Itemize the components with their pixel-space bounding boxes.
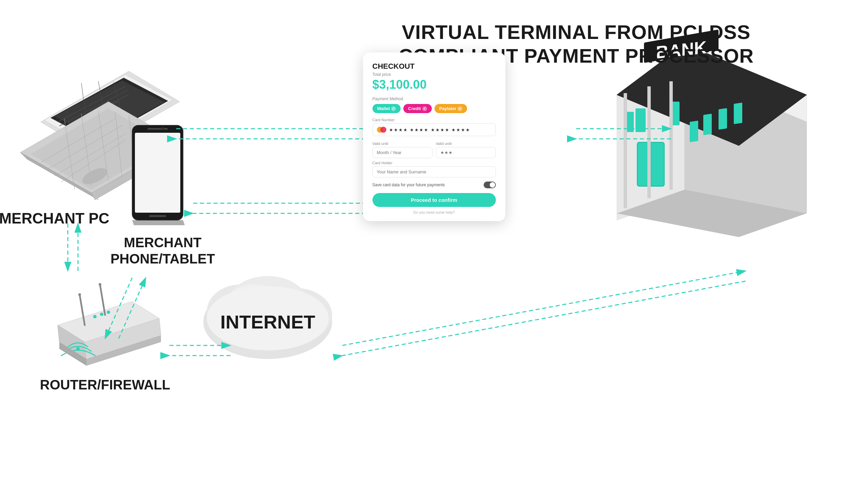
- wallet-check-icon: ✓: [391, 106, 396, 111]
- svg-line-21: [98, 111, 108, 181]
- svg-text:ROUTER/FIREWALL: ROUTER/FIREWALL: [40, 377, 170, 392]
- svg-line-8: [81, 83, 88, 134]
- valid-col-right: Valid until: [436, 139, 496, 158]
- svg-marker-36: [85, 318, 161, 359]
- svg-line-85: [105, 278, 132, 339]
- svg-rect-69: [719, 108, 727, 130]
- credit-button[interactable]: Credit ✓: [403, 104, 432, 113]
- svg-point-24: [80, 165, 110, 187]
- svg-point-52: [224, 284, 285, 332]
- svg-point-39: [78, 293, 81, 296]
- mastercard-icon: [377, 126, 386, 133]
- svg-marker-11: [20, 102, 180, 193]
- month-year-input[interactable]: [372, 147, 432, 158]
- svg-marker-12: [20, 152, 98, 200]
- svg-line-17: [54, 134, 125, 176]
- svg-line-9: [98, 81, 108, 134]
- svg-line-16: [47, 125, 122, 169]
- svg-line-89: [342, 271, 746, 345]
- svg-rect-66: [669, 102, 680, 125]
- card-number-label: Card Number: [372, 118, 496, 122]
- total-price-value: $3,100.00: [372, 78, 496, 92]
- svg-marker-1: [44, 75, 173, 147]
- save-card-row: Save card data for your future payments: [372, 182, 496, 188]
- svg-line-22: [115, 112, 122, 178]
- payment-method-label: Payment Method: [372, 97, 496, 101]
- total-price-label: Total price: [372, 72, 496, 77]
- svg-marker-74: [617, 190, 807, 237]
- svg-marker-14: [31, 108, 169, 190]
- svg-text:INTERNET: INTERNET: [220, 311, 315, 333]
- svg-rect-73: [669, 81, 673, 190]
- svg-text:MERCHANT PC: MERCHANT PC: [0, 210, 109, 227]
- wallet-button[interactable]: Wallet ✓: [372, 104, 401, 113]
- svg-point-54: [207, 286, 329, 351]
- svg-line-18: [61, 140, 125, 182]
- svg-point-48: [203, 284, 332, 359]
- cvv-input[interactable]: [436, 147, 496, 158]
- svg-point-44: [76, 347, 80, 351]
- paylater-label: Paylater: [439, 106, 457, 111]
- svg-point-42: [100, 313, 103, 316]
- svg-marker-31: [132, 220, 185, 225]
- valid-row: Valid until Valid until: [372, 139, 496, 158]
- checkout-card: CHECKOUT Total price $3,100.00 Payment M…: [363, 52, 505, 221]
- svg-marker-0: [41, 71, 180, 152]
- svg-text:MERCHANT: MERCHANT: [124, 235, 202, 250]
- svg-point-53: [256, 288, 314, 332]
- svg-marker-35: [58, 325, 86, 359]
- cardholder-label: Card Holder: [372, 161, 496, 165]
- cardholder-input[interactable]: [372, 166, 496, 177]
- svg-point-51: [227, 276, 308, 334]
- svg-line-7: [63, 101, 119, 134]
- svg-rect-28: [149, 215, 166, 217]
- svg-point-43: [107, 311, 110, 314]
- svg-rect-29: [147, 128, 168, 130]
- valid-label-1: Valid until: [372, 142, 432, 146]
- svg-line-5: [59, 90, 127, 126]
- svg-line-20: [81, 113, 92, 186]
- credit-label: Credit: [408, 106, 421, 111]
- svg-line-86: [119, 278, 146, 339]
- checkout-title: CHECKOUT: [372, 62, 496, 71]
- svg-rect-62: [637, 142, 664, 186]
- proceed-confirm-button[interactable]: Proceed to confirm: [372, 193, 496, 207]
- svg-line-4: [58, 86, 125, 122]
- svg-marker-58: [685, 71, 807, 213]
- svg-point-30: [161, 127, 164, 130]
- svg-line-23: [129, 115, 136, 176]
- help-text: Do you need some help?: [372, 210, 496, 214]
- diagram-container: MERCHANT PC MERCHANT PHONE/TABLET: [0, 0, 868, 488]
- svg-line-90: [342, 281, 746, 356]
- svg-rect-65: [635, 108, 646, 132]
- svg-marker-45: [59, 342, 86, 366]
- save-card-label: Save card data for your future payments: [372, 183, 445, 187]
- valid-label-2: Valid until: [436, 142, 496, 146]
- svg-marker-46: [86, 335, 161, 366]
- svg-point-50: [258, 288, 332, 342]
- svg-rect-68: [703, 114, 712, 135]
- svg-line-10: [114, 82, 125, 129]
- card-number-field: ★★★★ ★★★★ ★★★★ ★★★★: [372, 123, 496, 136]
- svg-rect-70: [734, 103, 742, 124]
- svg-line-6: [61, 94, 129, 130]
- svg-marker-3: [54, 81, 164, 139]
- svg-rect-71: [624, 93, 627, 208]
- card-number-dots: ★★★★ ★★★★ ★★★★ ★★★★: [389, 127, 471, 132]
- svg-point-41: [93, 315, 97, 318]
- svg-marker-2: [51, 78, 168, 142]
- svg-marker-34: [58, 301, 159, 342]
- svg-line-15: [41, 119, 115, 163]
- svg-rect-72: [647, 86, 651, 198]
- svg-point-40: [99, 283, 101, 286]
- svg-line-38: [100, 284, 105, 315]
- svg-marker-57: [617, 71, 685, 220]
- svg-rect-26: [132, 125, 183, 220]
- paylater-button[interactable]: Paylater ✓: [435, 104, 467, 113]
- svg-rect-27: [135, 133, 180, 213]
- svg-rect-64: [624, 112, 634, 132]
- save-card-toggle[interactable]: [484, 182, 496, 188]
- svg-line-37: [80, 295, 85, 325]
- svg-point-49: [207, 284, 275, 339]
- svg-rect-67: [690, 121, 698, 142]
